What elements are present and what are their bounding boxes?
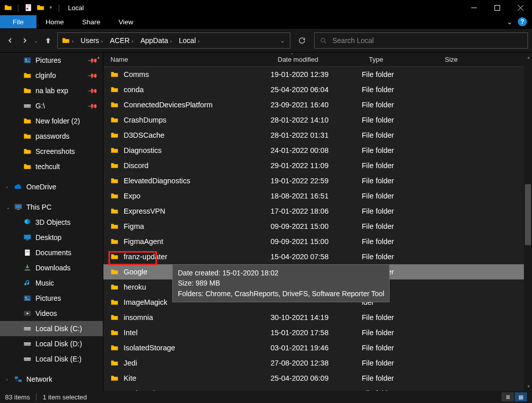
folder-icon [110, 253, 119, 261]
folder-icon [4, 4, 12, 12]
table-row[interactable]: Intel15-01-2020 17:58File folder [103, 325, 532, 340]
table-row[interactable]: FigmaAgent09-09-2021 15:00File folder [103, 234, 532, 249]
column-headers: Name Date modified Type Size [103, 53, 532, 67]
table-row[interactable]: ElevatedDiagnostics19-01-2022 22:59File … [103, 173, 532, 188]
recent-locations-button[interactable]: ⌄ [34, 38, 40, 44]
table-row[interactable]: CrashDumps28-01-2022 14:10File folder [103, 112, 532, 128]
search-input[interactable]: Search Local [314, 32, 528, 49]
svg-rect-17 [26, 252, 28, 253]
folder-icon [110, 359, 119, 367]
sidebar-item-desktop[interactable]: Desktop [0, 230, 103, 245]
sidebar-item-pictures[interactable]: Pictures📌 [0, 53, 103, 68]
svg-rect-15 [25, 250, 29, 256]
forward-button[interactable] [19, 33, 30, 48]
sidebar-item-local-disk-e-[interactable]: Local Disk (E:) [0, 351, 103, 367]
table-row[interactable]: Kite25-04-2020 06:09File folder [103, 371, 532, 386]
folder-icon [110, 237, 119, 246]
svg-point-4 [321, 38, 325, 42]
svg-rect-3 [495, 5, 500, 10]
scroll-down-icon[interactable]: ▾ [527, 384, 530, 389]
svg-rect-13 [24, 235, 30, 239]
svg-point-9 [29, 106, 30, 107]
svg-point-2 [26, 8, 28, 10]
sidebar-item-new-folder-2-[interactable]: New folder (2) [0, 113, 103, 129]
sidebar-item-local-disk-d-[interactable]: Local Disk (D:) [0, 336, 103, 351]
address-dropdown-button[interactable]: ⌄ [276, 37, 290, 44]
column-size[interactable]: Size [438, 56, 499, 63]
table-row[interactable]: insomnia30-10-2021 14:19File folder [103, 310, 532, 325]
close-button[interactable] [509, 0, 532, 15]
svg-rect-12 [17, 209, 19, 210]
folder-icon [110, 131, 119, 139]
sidebar-item-videos[interactable]: Videos [0, 306, 103, 321]
folder-icon [110, 344, 119, 352]
chevron-down-icon[interactable]: ▼ [49, 5, 53, 10]
svg-rect-8 [24, 104, 30, 105]
scrollbar[interactable]: ▴ ▾ [524, 53, 532, 391]
breadcrumb: Local› [175, 36, 203, 45]
view-large-icons-button[interactable]: ▦ [515, 392, 527, 401]
folder-icon [110, 101, 119, 109]
scroll-up-icon[interactable]: ▴ [527, 55, 530, 60]
sidebar-item-passwords[interactable]: passwords [0, 129, 103, 144]
status-item-count: 83 items [5, 393, 30, 401]
table-row[interactable]: Diagnostics24-01-2022 00:08File folder [103, 143, 532, 158]
back-button[interactable] [4, 33, 16, 48]
svg-rect-16 [26, 251, 28, 252]
sidebar-item-3d-objects[interactable]: 3D Objects [0, 215, 103, 230]
table-row[interactable]: Comms19-01-2020 12:39File folder [103, 67, 532, 82]
maximize-button[interactable] [485, 0, 509, 15]
sidebar-this-pc[interactable]: ⌄ This PC [0, 199, 103, 215]
view-details-button[interactable]: ≣ [502, 392, 514, 401]
sidebar-item-local-disk-c-[interactable]: Local Disk (C:) [0, 321, 103, 336]
up-button[interactable] [42, 33, 54, 48]
sidebar-item-techcult[interactable]: techcult [0, 159, 103, 174]
help-button[interactable]: ? [518, 17, 527, 26]
sidebar-item-screenshots[interactable]: Screenshots [0, 144, 103, 159]
status-selection: 1 item selected [43, 393, 87, 401]
file-list: ˄ Name Date modified Type Size Comms19-0… [103, 53, 532, 391]
table-row[interactable]: Discord29-01-2022 11:09File folder [103, 158, 532, 173]
sidebar-network[interactable]: › Network [0, 372, 103, 387]
refresh-button[interactable] [296, 36, 308, 45]
scrollbar-thumb[interactable] [525, 184, 531, 245]
svg-rect-14 [26, 239, 28, 240]
sidebar-item-g-[interactable]: G:\📌 [0, 98, 103, 113]
file-tab[interactable]: File [0, 15, 36, 28]
table-row[interactable]: conda25-04-2020 06:04File folder [103, 82, 532, 97]
sidebar-item-music[interactable]: Music [0, 275, 103, 291]
sidebar-item-downloads[interactable]: Downloads [0, 260, 103, 275]
address-bar[interactable]: › Users› ACER› AppData› Local› ⌄ [57, 32, 290, 49]
search-placeholder: Search Local [332, 36, 374, 45]
folder-icon [110, 116, 119, 124]
folder-icon [110, 86, 119, 94]
minimize-button[interactable] [462, 0, 485, 15]
cloud-icon [14, 183, 22, 191]
table-row[interactable]: IsolatedStorage03-01-2021 19:46File fold… [103, 340, 532, 355]
column-name[interactable]: Name [103, 56, 271, 63]
tab-share[interactable]: Share [73, 15, 109, 28]
sidebar-item-clginfo[interactable]: clginfo📌 [0, 68, 103, 83]
chevron-down-icon[interactable]: ⌄ [507, 18, 513, 26]
table-row[interactable]: ConnectedDevicesPlatform23-09-2021 16:40… [103, 97, 532, 112]
table-row[interactable]: franz-updater15-04-2020 07:58File folder [103, 249, 532, 264]
sidebar-item-na-lab-exp[interactable]: na lab exp📌 [0, 83, 103, 98]
table-row[interactable]: D3DSCache28-01-2022 01:31File folder [103, 128, 532, 143]
table-row[interactable]: MathWorks26-08-2020 08:07File folder [103, 386, 532, 391]
column-type[interactable]: Type [362, 56, 438, 63]
column-date[interactable]: Date modified [271, 56, 362, 63]
table-row[interactable]: Jedi27-08-2020 12:38File folder [103, 355, 532, 371]
sidebar-item-pictures[interactable]: Pictures [0, 291, 103, 306]
table-row[interactable]: ExpressVPN17-01-2022 18:06File folder [103, 204, 532, 219]
svg-rect-32 [19, 380, 22, 382]
table-row[interactable]: Figma09-09-2021 15:00File folder [103, 219, 532, 234]
tab-view[interactable]: View [109, 15, 142, 28]
scroll-up-icon[interactable]: ▴ [97, 55, 100, 60]
search-icon [320, 37, 327, 45]
breadcrumb: AppData› [136, 36, 175, 45]
tab-home[interactable]: Home [36, 15, 73, 28]
computer-icon [14, 203, 22, 211]
sidebar-item-documents[interactable]: Documents [0, 245, 103, 260]
sidebar-onedrive[interactable]: › OneDrive [0, 179, 103, 194]
table-row[interactable]: Expo18-08-2021 16:51File folder [103, 188, 532, 204]
